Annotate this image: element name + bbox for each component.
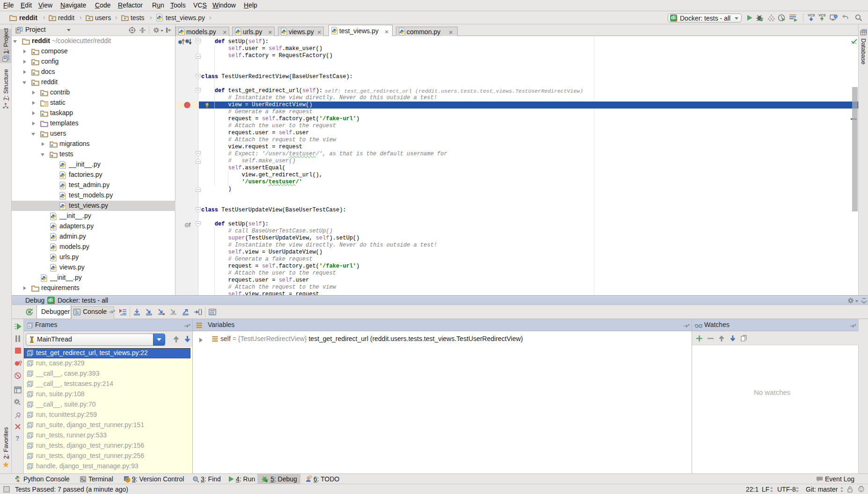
svg-text:VCS: VCS bbox=[818, 13, 825, 17]
svg-text:VCS: VCS bbox=[808, 13, 815, 17]
